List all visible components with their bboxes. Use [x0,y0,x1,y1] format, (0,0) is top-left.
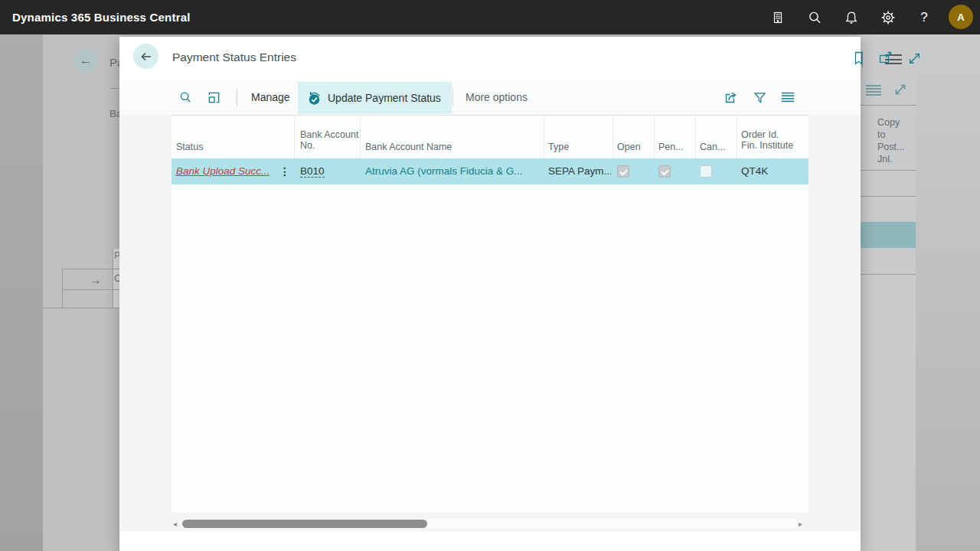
notifications-icon[interactable] [839,5,864,30]
background-nav-band [0,34,43,551]
background-col-line: Post... [877,142,904,152]
column-separator [612,116,613,158]
col-line: Fin. Institute [741,140,793,151]
action-bar: Manage Update Payment Status More option… [119,80,861,115]
page-title: Payment Status Entries [172,51,296,64]
background-back-arrow-icon: ← [74,48,98,73]
status-link[interactable]: Bank Upload Succ... [176,165,270,177]
background-col-line: Jnl. [877,154,892,165]
update-payment-status-label: Update Payment Status [328,92,441,104]
scroll-right-arrow[interactable]: ▸ [799,518,806,530]
background-col-line: to [877,129,885,140]
background-row-pointer-icon: → [79,269,113,290]
background-grid-cell-fragment: C [114,273,119,284]
toolbar-divider [452,88,453,107]
background-expand-icon [893,82,908,100]
toolbar-divider [237,88,237,107]
page-footer-area [119,531,861,551]
help-glyph: ? [920,10,927,25]
pending-checkbox [658,165,671,178]
table-row[interactable]: Bank Upload Succ... ⋮ B010 Atruvia AG (v… [172,158,808,184]
environments-icon[interactable] [766,5,790,30]
order-id-cell: QT4K [741,158,807,184]
column-header-open[interactable]: Open [617,142,641,152]
search-icon[interactable] [802,5,827,30]
bank-account-no-link[interactable]: B010 [300,165,325,178]
more-options-menu[interactable]: More options [466,80,528,115]
row-actions-ellipsis[interactable]: ⋮ [279,158,291,184]
column-separator [695,116,696,158]
bookmark-icon[interactable] [847,47,870,69]
background-divider [861,105,916,106]
search-list-icon[interactable] [173,84,198,110]
background-journal-row [861,196,916,222]
column-separator [294,116,295,158]
open-checkbox [617,165,629,178]
column-separator [360,116,361,158]
share-icon[interactable] [719,84,743,110]
background-journal-row-selected [861,222,916,248]
filter-icon[interactable] [747,84,772,110]
cancelled-checkbox[interactable] [700,165,712,178]
col-line: Bank Account [300,129,358,140]
scroll-left-arrow[interactable]: ◂ [173,518,181,530]
column-header-cancelled[interactable]: Can... [700,142,725,152]
manage-menu[interactable]: Manage [251,80,290,115]
column-header-type[interactable]: Type [548,142,569,152]
column-separator [737,116,737,158]
background-grid-header-fragment: P [114,250,119,261]
payment-status-list: Status Bank Account No. Bank Account Nam… [172,115,808,513]
update-payment-status-button[interactable]: Update Payment Status [298,82,452,114]
column-header-order-id[interactable]: Order Id. Fin. Institute [741,129,793,151]
column-header-bank-account-no[interactable]: Bank Account No. [300,129,358,151]
help-icon[interactable]: ? [912,5,936,30]
background-page-title-fragment: Pa [109,56,119,69]
background-list-icon [865,84,882,99]
background-journal-row [861,170,916,196]
horizontal-scrollbar-thumb[interactable] [182,520,427,528]
background-page-right-empty [916,34,980,551]
column-header-status[interactable]: Status [176,142,203,152]
background-grid-line [43,308,119,308]
background-column-header: Copy to Post... Jnl. [877,116,904,165]
analyze-icon[interactable] [201,84,226,110]
app-title[interactable]: Dynamics 365 Business Central [12,0,191,34]
background-page-left [43,34,119,551]
col-line: No. [300,140,358,151]
bank-account-name-link[interactable]: Atruvia AG (vormals Fiducia & G... [365,165,523,177]
background-divider [861,274,916,275]
avatar[interactable]: A [949,5,973,29]
settings-icon[interactable] [876,5,900,30]
background-grid-line [113,249,113,308]
back-button[interactable] [133,44,158,69]
avatar-initial: A [957,11,964,23]
open-in-new-window-icon[interactable] [874,47,897,69]
app-header: Dynamics 365 Business Central [0,0,980,34]
page-header: Payment Status Entries [119,37,861,80]
column-header-pending[interactable]: Pen... [658,142,684,152]
choose-columns-icon[interactable] [776,84,800,110]
background-page-right [861,34,916,551]
background-divider [109,88,119,89]
expand-icon[interactable] [903,47,926,69]
background-pointer-glyph: → [90,273,102,286]
background-grid-line [62,269,63,308]
background-back-glyph: ← [80,54,92,67]
payment-status-entries-page: Payment Status Entries [119,37,861,551]
type-cell: SEPA Paym... [548,158,611,184]
background-journal-row [861,248,916,274]
background-field-label-fragment: Ba [109,108,119,119]
column-header-bank-account-name[interactable]: Bank Account Name [365,142,452,152]
col-line: Order Id. [741,129,779,140]
column-separator [544,116,544,158]
background-col-line: Copy [877,117,900,128]
column-separator [654,116,655,158]
